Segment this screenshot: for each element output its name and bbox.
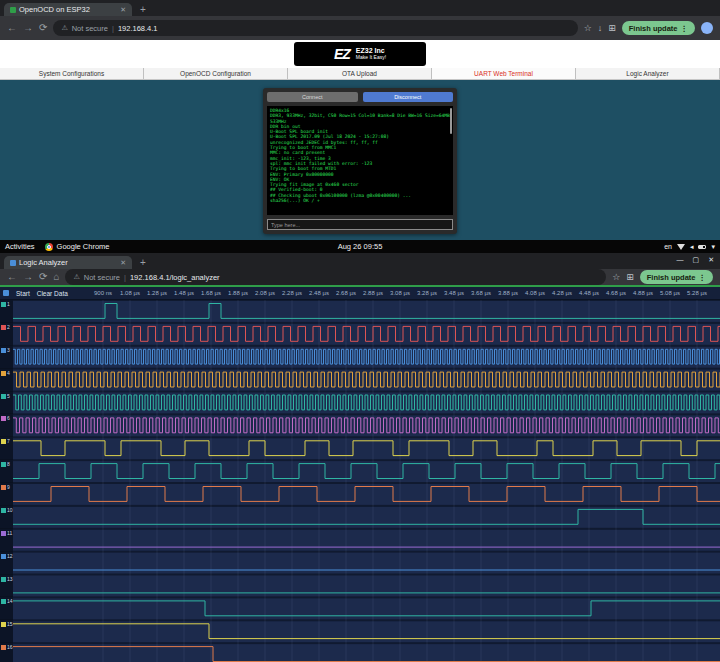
logic-analyzer-body: 12345678910111213141516 [0,300,720,662]
downloads-icon[interactable]: ↓ [598,23,603,33]
window-maximize-button[interactable]: ▢ [693,256,700,264]
time-ruler-label: 1.88 µs [228,290,248,296]
new-tab-button[interactable]: + [140,4,146,15]
activities-button[interactable]: Activities [5,242,35,251]
time-ruler-label: 1.08 µs [120,290,140,296]
bookmark-star-icon[interactable]: ☆ [612,272,620,282]
active-app-indicator[interactable]: Google Chrome [45,242,110,251]
site-tab-system-configurations[interactable]: System Configurations [0,68,144,79]
address-bar[interactable]: ⚠ Not secure | 192.168.4.1 [53,20,577,36]
reload-icon[interactable]: ⟳ [39,23,47,33]
ubuntu-top-bar: Activities Google Chrome Aug 26 09:55 en… [0,240,720,253]
channel-color-swatch [1,508,6,513]
reload-icon[interactable]: ⟳ [39,272,47,282]
tab-close-icon[interactable]: ✕ [120,259,126,267]
profile-avatar[interactable] [701,22,713,34]
site-tab-openocd-configuration[interactable]: OpenOCD Configuration [144,68,288,79]
site-tab-logic-analyzer[interactable]: Logic Analyzer [576,68,720,79]
waveform-plot [13,300,720,662]
channel-label-14[interactable]: 14 [0,597,13,620]
finish-update-button[interactable]: Finish update ⋮ [640,270,713,284]
extensions-icon[interactable]: ⊞ [608,23,616,33]
channel-label-10[interactable]: 10 [0,506,13,529]
site-tab-uart-web-terminal[interactable]: UART Web Terminal [432,68,576,79]
not-secure-warning-icon: ⚠ [61,24,67,32]
bookmark-star-icon[interactable]: ☆ [584,23,592,33]
new-tab-button[interactable]: + [140,257,146,268]
capture-settings-icon[interactable] [3,290,9,296]
channel-label-4[interactable]: 4 [0,369,13,392]
channel-label-8[interactable]: 8 [0,460,13,483]
channel-number: 7 [7,439,10,444]
browser-window-logic-analyzer: Logic Analyzer ✕ + — ▢ ✕ ← → ⟳ ⌂ ⚠ Not s… [0,253,720,662]
extensions-icon[interactable]: ⊞ [626,272,634,282]
time-ruler-label: 4.88 µs [633,290,653,296]
page-url: 192.168.4.1/logic_analyzer [130,273,220,282]
keyboard-layout-indicator[interactable]: en [664,243,672,250]
channel-number: 5 [7,394,10,399]
finish-update-label: Finish update [647,273,696,282]
channel-label-5[interactable]: 5 [0,392,13,415]
back-icon[interactable]: ← [7,23,17,33]
channel-label-13[interactable]: 13 [0,575,13,598]
time-ruler-label: 2.28 µs [282,290,302,296]
disconnect-button[interactable]: Disconnect [363,92,454,102]
channel-number: 12 [7,554,13,559]
home-icon[interactable]: ⌂ [53,272,59,282]
connect-button[interactable]: Connect [267,92,358,102]
tab-close-icon[interactable]: ✕ [120,6,126,14]
channel-label-16[interactable]: 16 [0,643,13,662]
waveform-viewport[interactable] [13,300,720,662]
brand-logo-mark: EZ [334,46,350,62]
browser-tab-openocd[interactable]: OpenOCD on ESP32 ✕ [4,3,132,16]
address-bar[interactable]: ⚠ Not secure | 192.168.4.1/logic_analyze… [65,269,606,285]
time-ruler-label: 4.48 µs [579,290,599,296]
channel-color-swatch [1,416,6,421]
tab-strip-bottom: Logic Analyzer ✕ + — ▢ ✕ [0,253,720,269]
channel-label-15[interactable]: 15 [0,620,13,643]
back-icon[interactable]: ← [7,272,17,282]
finish-update-button[interactable]: Finish update ⋮ [622,21,695,35]
channel-color-swatch [1,394,6,399]
channel-number: 16 [7,645,13,650]
time-ruler-label: 3.68 µs [471,290,491,296]
system-tray[interactable]: en ◂ ▾ [664,243,715,251]
time-ruler-label: 2.08 µs [255,290,275,296]
page-url: 192.168.4.1 [118,24,158,33]
clear-data-button[interactable]: Clear Data [37,290,68,297]
channel-label-9[interactable]: 9 [0,483,13,506]
terminal-scrollbar[interactable] [450,108,452,134]
chrome-icon [45,243,53,251]
window-close-button[interactable]: ✕ [708,256,714,264]
tab-favicon [10,7,16,13]
time-ruler-label: 3.88 µs [498,290,518,296]
finish-update-label: Finish update [629,24,678,33]
time-ruler-label: 3.48 µs [444,290,464,296]
channel-label-7[interactable]: 7 [0,437,13,460]
channel-number: 15 [7,622,13,627]
terminal-input[interactable] [267,219,453,230]
site-tab-ota-upload[interactable]: OTA Upload [288,68,432,79]
channel-color-swatch [1,599,6,604]
channel-label-11[interactable]: 11 [0,529,13,552]
channel-label-3[interactable]: 3 [0,346,13,369]
start-button[interactable]: Start [16,290,30,297]
time-ruler-label: 2.68 µs [336,290,356,296]
active-app-label: Google Chrome [57,242,110,251]
clock[interactable]: Aug 26 09:55 [338,242,383,251]
browser-tab-logic-analyzer[interactable]: Logic Analyzer ✕ [4,256,132,269]
channel-label-2[interactable]: 2 [0,323,13,346]
forward-icon[interactable]: → [23,23,33,33]
desktop-screen: OpenOCD on ESP32 ✕ + ← → ⟳ ⚠ Not secure … [0,0,720,662]
wifi-icon [677,244,685,250]
channel-color-swatch [1,302,6,307]
channel-color-swatch [1,439,6,444]
forward-icon[interactable]: → [23,272,33,282]
channel-number: 9 [7,485,10,490]
channel-label-1[interactable]: 1 [0,300,13,323]
channel-label-6[interactable]: 6 [0,414,13,437]
terminal-output[interactable]: DDR4x16DDR3, 933MHz, 32bit, CS0 Row=15 C… [267,106,453,215]
channel-label-12[interactable]: 12 [0,552,13,575]
window-minimize-button[interactable]: — [677,256,684,264]
time-ruler-label: 4.28 µs [552,290,572,296]
